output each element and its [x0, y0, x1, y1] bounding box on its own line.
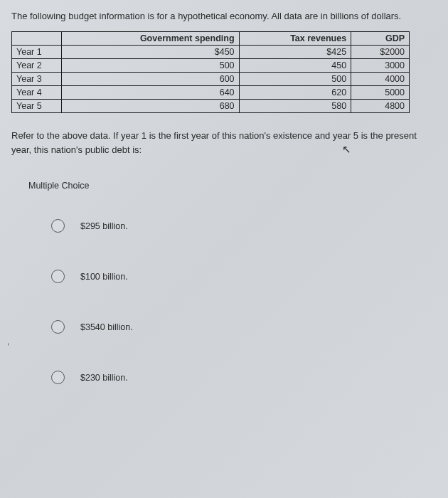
header-spending: Government spending: [62, 32, 240, 46]
header-tax: Tax revenues: [239, 32, 351, 46]
row-label: Year 5: [12, 100, 62, 113]
row-label: Year 2: [12, 59, 62, 73]
radio-icon[interactable]: [51, 320, 65, 334]
cell-spending: 600: [62, 73, 240, 86]
option-text: $3540 billion.: [80, 322, 133, 332]
table-row: Year 4 640 620 5000: [12, 86, 410, 100]
cell-gdp: 4800: [351, 100, 410, 113]
cell-gdp: $2000: [351, 46, 410, 59]
radio-icon[interactable]: [51, 270, 65, 283]
multiple-choice-label: Multiple Choice: [28, 181, 437, 191]
option-a[interactable]: $295 billion.: [51, 219, 437, 233]
cell-tax: $425: [239, 46, 351, 59]
table-row: Year 5 680 580 4800: [12, 100, 410, 113]
row-label: Year 3: [12, 73, 62, 86]
option-c[interactable]: $3540 billion.: [51, 320, 437, 334]
header-gdp: GDP: [351, 32, 410, 46]
table-header-row: Government spending Tax revenues GDP: [12, 32, 410, 46]
cell-gdp: 5000: [351, 86, 410, 100]
cell-gdp: 4000: [351, 73, 410, 86]
option-text: $295 billion.: [80, 221, 128, 231]
radio-icon[interactable]: [51, 371, 65, 384]
option-d[interactable]: $230 billion.: [51, 371, 437, 384]
budget-table: Government spending Tax revenues GDP Yea…: [11, 31, 410, 113]
header-empty: [12, 32, 62, 46]
cell-tax: 450: [239, 59, 351, 73]
margin-tick: ,: [7, 337, 9, 346]
option-text: $230 billion.: [80, 373, 128, 383]
question-text: Refer to the above data. If year 1 is th…: [11, 129, 437, 157]
radio-icon[interactable]: [51, 219, 65, 233]
cell-tax: 580: [239, 100, 351, 113]
table-row: Year 1 $450 $425 $2000: [12, 46, 410, 59]
options-group: $295 billion. $100 billion. $3540 billio…: [51, 219, 437, 384]
cell-spending: 640: [62, 86, 240, 100]
table-row: Year 3 600 500 4000: [12, 73, 410, 86]
cursor-icon: ↖: [342, 142, 351, 158]
intro-text: The following budget information is for …: [11, 10, 437, 23]
cell-tax: 620: [239, 86, 351, 100]
cell-spending: 500: [62, 59, 240, 73]
cell-tax: 500: [239, 73, 351, 86]
option-text: $100 billion.: [80, 272, 128, 282]
option-b[interactable]: $100 billion.: [51, 270, 437, 283]
cell-spending: $450: [62, 46, 240, 59]
cell-spending: 680: [62, 100, 240, 113]
row-label: Year 4: [12, 86, 62, 100]
question-content: Refer to the above data. If year 1 is th…: [11, 130, 417, 155]
table-row: Year 2 500 450 3000: [12, 59, 410, 73]
row-label: Year 1: [12, 46, 62, 59]
cell-gdp: 3000: [351, 59, 410, 73]
